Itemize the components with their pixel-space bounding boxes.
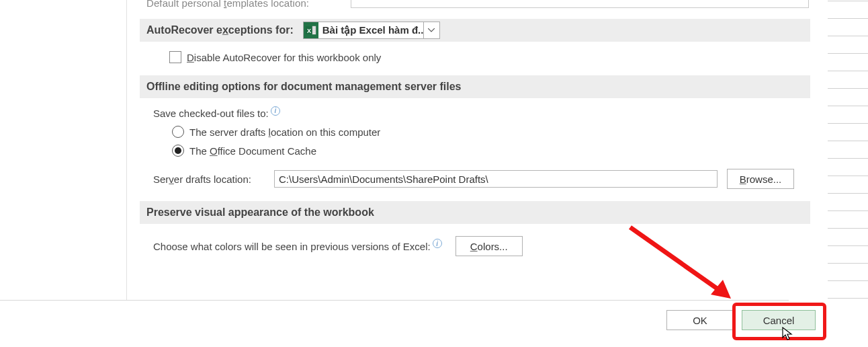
- office-document-cache-radio[interactable]: [172, 145, 184, 157]
- server-drafts-location-field-label: Server drafts location:: [153, 174, 274, 185]
- svg-rect-5: [312, 32, 316, 34]
- chevron-down-icon[interactable]: [423, 22, 439, 38]
- cancel-button[interactable]: Cancel: [742, 310, 816, 330]
- svg-rect-2: [312, 26, 316, 28]
- colors-prompt-label: Choose what colors will be seen in previ…: [153, 241, 431, 252]
- svg-text:X: X: [307, 28, 311, 34]
- ok-button[interactable]: OK: [666, 310, 734, 330]
- office-document-cache-label: The Office Document Cache: [189, 145, 316, 157]
- section-header-preserve-visual: Preserve visual appearance of the workbo…: [140, 201, 810, 224]
- section-header-offline-editing: Offline editing options for document man…: [140, 75, 810, 98]
- section-header-text: Preserve visual appearance of the workbo…: [146, 206, 374, 219]
- section-header-text: AutoRecover exceptions for:: [146, 24, 294, 36]
- svg-rect-3: [312, 28, 316, 30]
- spreadsheet-grid-background: [828, 0, 868, 347]
- disable-autorecover-label: Disable AutoRecover for this workbook on…: [187, 52, 381, 63]
- section-header-text: Offline editing options for document man…: [146, 81, 462, 93]
- options-dialog: Default personal templates location: Aut…: [0, 0, 829, 347]
- autorecover-workbook-dropdown[interactable]: X Bài tập Excel hàm đ...: [303, 22, 440, 39]
- autorecover-workbook-name: Bài tập Excel hàm đ...: [318, 22, 423, 38]
- colors-button[interactable]: Colors...: [455, 236, 523, 256]
- panel-divider: [126, 0, 127, 300]
- server-drafts-location-label: The server drafts location on this compu…: [189, 126, 380, 138]
- info-icon[interactable]: i: [433, 239, 442, 248]
- excel-file-icon: X: [304, 22, 318, 38]
- save-checked-out-label: Save checked-out files to:: [153, 108, 269, 119]
- server-drafts-location-radio[interactable]: [172, 126, 184, 138]
- info-icon[interactable]: i: [271, 106, 280, 116]
- server-drafts-location-input[interactable]: [274, 170, 718, 188]
- dialog-button-bar: OK Cancel: [0, 300, 829, 340]
- svg-rect-4: [312, 30, 316, 32]
- browse-button[interactable]: Browse...: [727, 169, 794, 189]
- section-header-autorecover-exceptions: AutoRecover exceptions for: X: [140, 19, 810, 42]
- disable-autorecover-checkbox[interactable]: [169, 51, 181, 63]
